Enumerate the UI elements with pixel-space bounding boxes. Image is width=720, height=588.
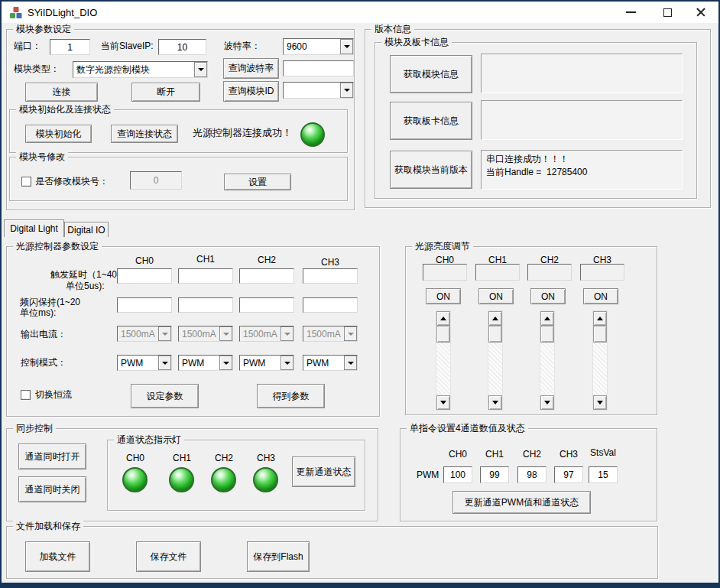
tab-digital-io[interactable]: Digital IO [64, 222, 109, 237]
chevron-down-icon[interactable] [344, 356, 357, 370]
brightness-slider-ch3[interactable] [592, 310, 608, 411]
chevron-down-icon[interactable] [219, 356, 232, 370]
minimize-icon [626, 11, 636, 13]
query-baud-button[interactable]: 查询波特率 [223, 58, 279, 79]
slider-thumb[interactable] [593, 326, 607, 343]
group-module-id-edit-title: 模块号修改 [16, 151, 68, 164]
strobe-hold-ch1-input[interactable] [178, 297, 233, 313]
query-module-id-button[interactable]: 查询模块ID [223, 81, 279, 102]
output-current-ch3-value: 1500mA [303, 326, 344, 341]
pwm-row-label: PWM [417, 469, 439, 481]
module-id-edit-input[interactable]: 0 [130, 171, 182, 190]
control-mode-ch0-select[interactable]: PWM [117, 355, 172, 371]
set-module-id-button[interactable]: 设置 [224, 174, 291, 190]
query-connect-status-button[interactable]: 查询连接状态 [111, 125, 178, 143]
save-to-flash-button[interactable]: 保存到Flash [247, 541, 310, 572]
group-light-params-title: 光源控制器参数设定 [13, 240, 102, 253]
chevron-down-icon[interactable] [281, 356, 294, 370]
slider-up-button[interactable] [540, 311, 554, 326]
output-current-ch3-select: 1500mA [303, 326, 358, 342]
module-id-select[interactable] [283, 82, 354, 99]
control-mode-ch1-select[interactable]: PWM [178, 355, 233, 371]
slider-thumb[interactable] [540, 326, 554, 343]
on-button-ch0[interactable]: ON [426, 288, 461, 304]
save-file-button[interactable]: 保存文件 [136, 541, 201, 572]
get-module-info-button[interactable]: 获取模块信息 [390, 55, 472, 93]
pwm-ch3-input[interactable]: 97 [554, 466, 583, 483]
cmd-col-stsval: StsVal [586, 447, 620, 458]
chevron-down-icon[interactable] [194, 62, 207, 77]
set-params-button[interactable]: 设定参数 [131, 384, 199, 408]
stsval-input[interactable]: 15 [589, 466, 618, 483]
minimize-button[interactable] [614, 2, 647, 23]
trigger-delay-ch0-input[interactable] [117, 268, 172, 284]
slider-down-button[interactable] [540, 395, 554, 410]
disconnect-button[interactable]: 断开 [131, 83, 200, 102]
module-init-button[interactable]: 模块初始化 [25, 125, 92, 143]
slider-up-button[interactable] [436, 311, 450, 326]
module-id-value [284, 83, 340, 98]
control-mode-ch3-select[interactable]: PWM [303, 355, 358, 371]
output-current-ch1-value: 1500mA [179, 326, 219, 341]
module-type-select[interactable]: 数字光源控制模块 [73, 61, 208, 78]
chevron-down-icon[interactable] [340, 83, 353, 98]
output-current-label: 输出电流： [21, 329, 66, 340]
chevron-down-icon[interactable] [158, 356, 171, 370]
cmd-col-ch1: CH1 [478, 449, 511, 460]
pwm-ch0-input[interactable]: 100 [443, 466, 472, 483]
control-mode-ch0-value: PWM [118, 356, 158, 370]
chevron-down-icon [344, 326, 357, 341]
chevron-down-icon[interactable] [340, 39, 353, 54]
control-mode-ch2-value: PWM [240, 356, 281, 370]
strobe-hold-ch0-input[interactable] [117, 297, 172, 313]
slider-down-button[interactable] [593, 395, 607, 410]
window-title: SYiIDLight_DIO [28, 7, 97, 18]
on-button-ch1[interactable]: ON [478, 288, 514, 304]
brightness-slider-ch0[interactable] [436, 310, 451, 411]
trigger-delay-ch1-input[interactable] [178, 268, 233, 284]
slider-down-button[interactable] [488, 395, 502, 410]
on-button-ch2[interactable]: ON [530, 288, 566, 304]
slider-thumb[interactable] [436, 326, 450, 343]
strobe-hold-ch2-input[interactable] [239, 297, 294, 313]
close-all-channels-button[interactable]: 通道同时关闭 [18, 476, 86, 502]
port-input[interactable]: 1 [50, 39, 90, 55]
get-board-info-button[interactable]: 获取板卡信息 [390, 102, 472, 140]
load-file-button[interactable]: 加载文件 [25, 541, 90, 572]
output-current-ch2-select: 1500mA [239, 326, 294, 342]
connect-button[interactable]: 连接 [25, 83, 98, 102]
on-button-ch3[interactable]: ON [583, 288, 618, 304]
group-file-ops-title: 文件加载和保存 [13, 520, 83, 533]
trigger-delay-ch3-input[interactable] [303, 268, 358, 284]
modify-module-id-checkbox[interactable] [21, 177, 31, 187]
switch-cc-checkbox[interactable] [21, 390, 31, 400]
open-all-channels-button[interactable]: 通道同时打开 [18, 443, 86, 469]
baud-select[interactable]: 9600 [283, 38, 354, 55]
close-button[interactable] [684, 2, 718, 23]
output-current-ch0-select: 1500mA [117, 326, 172, 342]
params-col-ch0: CH0 [117, 255, 172, 266]
tab-digital-light[interactable]: Digital Light [4, 219, 64, 237]
strobe-hold-ch3-input[interactable] [303, 297, 358, 313]
trigger-delay-ch2-input[interactable] [239, 268, 294, 284]
group-channel-indicators-title: 通道状态指示灯 [114, 434, 184, 447]
get-version-button[interactable]: 获取模块当前版本 [390, 151, 472, 189]
pwm-ch1-input[interactable]: 99 [480, 466, 509, 483]
slider-thumb[interactable] [488, 326, 502, 343]
update-channel-status-button[interactable]: 更新通道状态 [292, 456, 355, 487]
maximize-button[interactable] [650, 2, 684, 23]
pwm-ch2-input[interactable]: 98 [517, 466, 546, 483]
control-mode-ch2-select[interactable]: PWM [239, 355, 294, 371]
query-baud-result-input[interactable] [283, 60, 354, 76]
update-pwm-status-button[interactable]: 更新通道PWM值和通道状态 [452, 491, 591, 514]
slider-down-button[interactable] [436, 395, 450, 410]
slider-up-button[interactable] [488, 311, 502, 326]
group-version-info-title: 版本信息 [371, 23, 414, 36]
get-params-button[interactable]: 得到参数 [257, 384, 325, 408]
module-type-label: 模块类型： [14, 63, 60, 75]
slider-up-button[interactable] [593, 311, 607, 326]
strobe-hold-label-1: 频闪保持(1~20 [20, 297, 80, 308]
brightness-slider-ch2[interactable] [540, 310, 555, 411]
slave-ip-input[interactable]: 10 [158, 39, 206, 55]
brightness-slider-ch1[interactable] [488, 310, 503, 411]
